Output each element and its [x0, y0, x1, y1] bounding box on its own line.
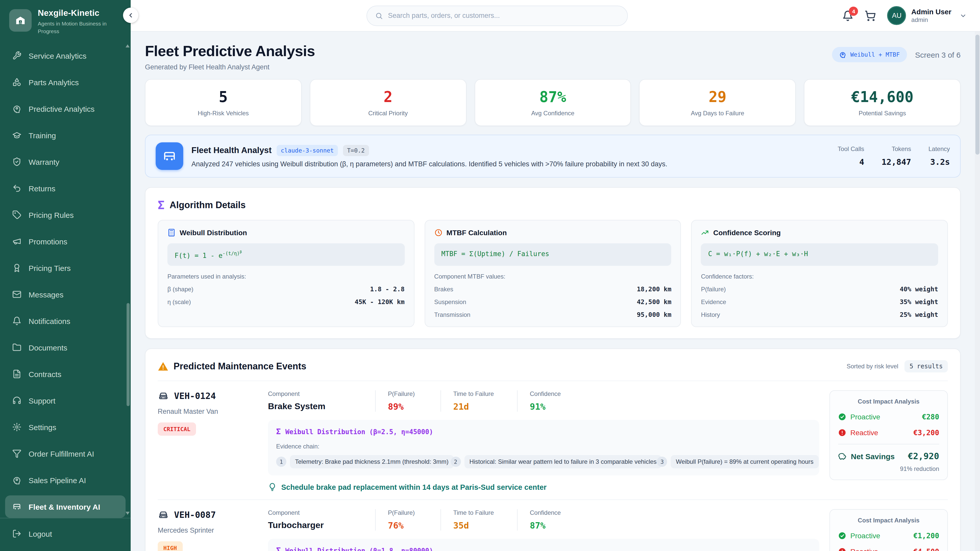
sidebar-item-promotions[interactable]: Promotions: [5, 230, 126, 253]
head-gear-icon: [12, 104, 21, 114]
check-circle-icon: [838, 532, 846, 540]
vehicle-row-veh-0124: VEH-0124 Renault Master Van CRITICAL Com…: [158, 381, 948, 491]
alert-circle-icon: [838, 429, 846, 437]
sidebar-item-service-analytics[interactable]: Service Analytics: [5, 44, 126, 67]
sidebar-item-order-fulfillment-ai[interactable]: Order Fulfillment AI: [5, 443, 126, 465]
sidebar-scrollbar[interactable]: [127, 46, 130, 514]
notifications-button[interactable]: 4: [842, 10, 854, 21]
calculator-icon: [167, 229, 176, 237]
user-menu[interactable]: AU Admin User admin: [887, 6, 967, 25]
agent-banner: Fleet Health Analyst claude-3-sonnet T=0…: [145, 135, 961, 178]
weibull-distribution-card: Weibull Distribution F(t) = 1 - e-(t/η)β…: [158, 220, 414, 327]
user-name: Admin User: [912, 8, 951, 16]
pfailure-col: P(Failure) 89%: [375, 390, 441, 412]
sidebar-collapse-button[interactable]: [123, 8, 138, 23]
page-scrollbar[interactable]: [975, 32, 980, 551]
param-row: P(failure) 40% weight: [701, 285, 938, 293]
evidence-item: 2 Historical: Similar wear pattern led t…: [450, 455, 652, 468]
analysis-panel: Σ Weibull Distribution (β=2.5, η=45000) …: [268, 420, 819, 475]
scroll-down-arrow-icon[interactable]: [126, 512, 130, 515]
notification-count-badge: 4: [849, 6, 858, 16]
lightbulb-icon: [268, 483, 277, 491]
analysis-panel: Σ Weibull Distribution (β=1.8, η=80000) …: [268, 539, 819, 551]
proactive-row: Proactive €1,200: [838, 532, 939, 540]
sidebar-item-sales-pipeline-ai[interactable]: Sales Pipeline AI: [5, 469, 126, 492]
sidebar-item-contracts[interactable]: Contracts: [5, 363, 126, 386]
confidence-col: Confidence 87%: [517, 509, 573, 530]
sidebar-item-pricing-tiers[interactable]: Pricing Tiers: [5, 257, 126, 279]
app-window: Nexgile-Kinetic Agents in Motion Busines…: [0, 0, 980, 551]
sidebar-nav: Service Analytics Parts Analytics Predic…: [0, 41, 130, 518]
graduation-cap-icon: [12, 131, 21, 140]
cost-impact-panel: Cost Impact Analysis Proactive €1,200 Re…: [829, 509, 948, 551]
evidence-item: 1 Telemetry: Brake pad thickness 2.1mm (…: [276, 455, 445, 468]
sidebar-item-returns[interactable]: Returns: [5, 177, 126, 200]
shield-check-icon: [12, 157, 21, 167]
vehicle-row-veh-0087: VEH-0087 Mercedes Sprinter HIGH Componen…: [158, 499, 948, 551]
ttf-col: Time to Failure 21d: [441, 390, 517, 412]
cart-button[interactable]: [865, 10, 876, 21]
return-arrow-icon: [12, 184, 21, 193]
agent-metrics: Tool Calls 4 Tokens 12,847 Latency 3.2s: [838, 145, 950, 167]
sort-label: Sorted by risk level: [846, 363, 898, 370]
component-col: Component Brake System: [268, 390, 375, 412]
scroll-up-arrow-icon[interactable]: [126, 44, 130, 48]
sidebar-item-settings[interactable]: Settings: [5, 416, 126, 438]
pfailure-col: P(Failure) 76%: [375, 509, 441, 530]
funnel-icon: [12, 449, 21, 458]
global-search[interactable]: [366, 5, 628, 26]
vehicle-model: Mercedes Sprinter: [158, 527, 258, 534]
sidebar-footer: Logout: [0, 518, 130, 551]
piggy-bank-icon: [838, 452, 847, 460]
reduction-note: 91% reduction: [838, 465, 939, 472]
confidence-formula: C = w₁·P(f) + w₂·E + w₃·H: [701, 243, 938, 266]
mtbf-formula: MTBF = Σ(Uptime) / Failures: [434, 243, 671, 266]
sidebar-item-predictive-analytics[interactable]: Predictive Analytics: [5, 98, 126, 120]
algorithm-details-section: Σ Algorithm Details Weibull Distribution…: [145, 187, 961, 339]
confidence-scoring-card: Confidence Scoring C = w₁·P(f) + w₂·E + …: [691, 220, 948, 327]
agent-temperature-chip: T=0.2: [343, 144, 369, 156]
sidebar-item-documents[interactable]: Documents: [5, 337, 126, 359]
trending-up-icon: [701, 229, 709, 237]
wrench-icon: [12, 51, 21, 60]
risk-badge: HIGH: [158, 541, 183, 551]
mail-icon: [12, 290, 21, 299]
logout-button[interactable]: Logout: [5, 522, 126, 545]
head-gear-icon: [12, 476, 21, 485]
agent-description: Analyzed 247 vehicles using Weibull dist…: [191, 160, 667, 168]
sigma-icon: Σ: [158, 199, 165, 212]
component-col: Component Turbocharger: [268, 509, 375, 530]
stat-critical-priority: 2 Critical Priority: [310, 79, 466, 126]
sidebar-item-notifications[interactable]: Notifications: [5, 310, 126, 332]
sidebar: Nexgile-Kinetic Agents in Motion Busines…: [0, 0, 130, 551]
tag-icon: [12, 210, 21, 220]
cart-icon: [865, 10, 876, 21]
param-row: Suspension 42,500 km: [434, 298, 671, 306]
van-icon: [156, 142, 183, 170]
sidebar-item-parts-analytics[interactable]: Parts Analytics: [5, 71, 126, 94]
sidebar-scrollbar-thumb[interactable]: [127, 303, 130, 406]
sidebar-item-training[interactable]: Training: [5, 124, 126, 147]
sidebar-item-warranty[interactable]: Warranty: [5, 151, 126, 173]
vehicle-id: VEH-0124: [174, 391, 216, 401]
sidebar-item-messages[interactable]: Messages: [5, 283, 126, 306]
head-gear-icon: [839, 51, 846, 58]
recommendation: Schedule brake pad replacement within 14…: [268, 483, 819, 491]
mtbf-calculation-card: MTBF Calculation MTBF = Σ(Uptime) / Fail…: [425, 220, 681, 327]
page-scrollbar-thumb[interactable]: [975, 35, 980, 155]
sidebar-item-fleet-inventory-ai[interactable]: Fleet & Inventory AI: [5, 495, 126, 518]
brand-tagline: Agents in Motion Business in Progress: [38, 20, 115, 35]
folder-icon: [12, 343, 21, 352]
search-input[interactable]: [388, 12, 619, 19]
sigma-icon: Σ: [276, 427, 281, 436]
param-row: Transmission 95,000 km: [434, 311, 671, 318]
sidebar-item-support[interactable]: Support: [5, 389, 126, 412]
vehicle-id: VEH-0087: [174, 510, 216, 520]
headset-icon: [12, 396, 21, 405]
stat-potential-savings: €14,600 Potential Savings: [804, 79, 961, 126]
divider: [838, 444, 939, 445]
ttf-col: Time to Failure 35d: [441, 509, 517, 530]
sidebar-item-pricing-rules[interactable]: Pricing Rules: [5, 204, 126, 226]
award-icon: [12, 264, 21, 273]
metric-tool-calls: Tool Calls 4: [838, 145, 864, 167]
